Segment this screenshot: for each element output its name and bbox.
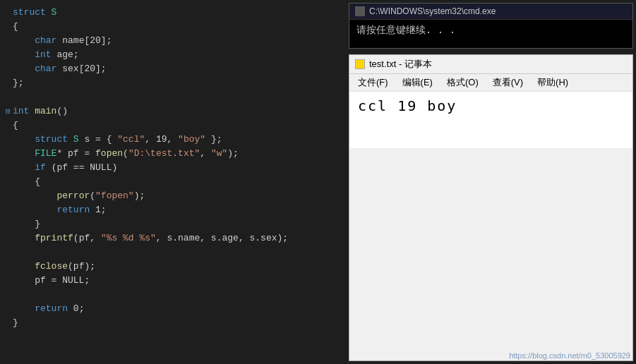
token: }: [13, 219, 40, 229]
line-content: fclose(pf);: [13, 260, 346, 274]
token: [13, 134, 35, 145]
line-content: char sex[20];: [13, 62, 346, 76]
line-content: }: [13, 316, 346, 330]
code-line: char sex[20];: [6, 62, 346, 76]
token: (): [56, 106, 68, 116]
notepad-body: ccl 19 boy: [349, 92, 632, 148]
notepad-menubar[interactable]: 文件(F) 编辑(E) 格式(O) 查看(V) 帮助(H): [349, 74, 632, 92]
token: [13, 303, 35, 314]
menu-format[interactable]: 格式(O): [444, 75, 481, 90]
menu-help[interactable]: 帮助(H): [534, 75, 571, 90]
code-line: fprintf(pf, "%s %d %s", s.name, s.age, s…: [6, 231, 346, 245]
token: "ccl": [117, 134, 145, 145]
token: };: [13, 78, 24, 88]
token: );: [134, 190, 145, 201]
code-line: }: [6, 217, 346, 231]
line-marker: ⊟: [6, 104, 13, 119]
token: s = {: [79, 134, 118, 145]
token: main: [35, 106, 56, 116]
line-content: char name[20];: [13, 34, 346, 48]
menu-file[interactable]: 文件(F): [355, 75, 391, 90]
token: "w": [211, 148, 227, 159]
token: char: [35, 63, 56, 74]
notepad-window: test.txt - 记事本 文件(F) 编辑(E) 格式(O) 查看(V) 帮…: [349, 54, 633, 361]
menu-edit[interactable]: 编辑(E): [400, 75, 436, 90]
code-line: {: [6, 175, 346, 189]
code-line: ⊟int main(): [6, 104, 346, 119]
notepad-title: test.txt - 记事本: [369, 58, 432, 71]
token: FILE: [35, 148, 56, 159]
token: [13, 233, 35, 243]
token: name[20];: [56, 35, 112, 46]
line-content: struct S: [13, 6, 346, 20]
token: [13, 148, 35, 159]
line-content: pf = NULL;: [13, 274, 346, 288]
cmd-title: C:\WINDOWS\system32\cmd.exe: [369, 6, 496, 16]
code-line: {: [6, 119, 346, 133]
token: return: [56, 205, 90, 215]
line-content: perror("fopen");: [13, 189, 346, 203]
token: [13, 35, 35, 46]
token: struct: [35, 134, 68, 145]
token: [13, 261, 35, 272]
line-content: struct S s = { "ccl", 19, "boy" };: [13, 133, 346, 147]
cmd-text: 请按任意键继续. . .: [356, 24, 455, 35]
menu-view[interactable]: 查看(V): [490, 75, 526, 90]
line-content: {: [13, 119, 346, 133]
code-line: }: [6, 316, 346, 330]
token: age;: [52, 49, 79, 60]
line-content: return 1;: [13, 203, 346, 217]
token: struct: [13, 7, 52, 18]
token: int: [13, 106, 29, 116]
code-line: struct S: [6, 6, 346, 20]
token: pf = NULL;: [13, 275, 90, 286]
code-line: [6, 90, 346, 104]
token: if: [35, 162, 46, 173]
line-content: int main(): [13, 104, 346, 119]
token: );: [227, 148, 239, 159]
code-line: FILE* pf = fopen("D:\test.txt", "w");: [6, 147, 346, 161]
code-line: int age;: [6, 48, 346, 62]
line-content: if (pf == NULL): [13, 161, 346, 175]
code-line: perror("fopen");: [6, 189, 346, 203]
notepad-titlebar: test.txt - 记事本: [349, 55, 632, 74]
code-line: char name[20];: [6, 34, 346, 48]
notepad-icon: [355, 59, 365, 69]
line-content: return 0;: [13, 302, 346, 316]
token: perror: [56, 190, 90, 201]
code-line: [6, 288, 346, 302]
token: , s.name, s.age, s.sex);: [156, 233, 288, 243]
token: , 19,: [145, 134, 178, 145]
token: fprintf: [35, 233, 73, 243]
code-line: [6, 245, 346, 260]
line-content: int age;: [13, 48, 346, 62]
token: [13, 162, 35, 173]
cmd-window: C:\WINDOWS\system32\cmd.exe 请按任意键继续. . .: [349, 3, 633, 49]
token: "boy": [178, 134, 205, 145]
token: char: [35, 35, 56, 46]
token: 0;: [68, 303, 84, 314]
line-content: {: [13, 20, 346, 34]
code-line: pf = NULL;: [6, 274, 346, 288]
line-content: };: [13, 76, 346, 90]
token: [13, 49, 35, 60]
token: "%s %d %s": [101, 233, 156, 243]
token: }: [13, 317, 18, 328]
code-line: if (pf == NULL): [6, 161, 346, 175]
line-content: fprintf(pf, "%s %d %s", s.name, s.age, s…: [13, 231, 346, 245]
code-line: {: [6, 20, 346, 34]
cmd-titlebar: C:\WINDOWS\system32\cmd.exe: [349, 4, 632, 20]
code-line: return 0;: [6, 302, 346, 316]
token: [13, 190, 56, 201]
token: (: [90, 190, 95, 201]
line-content: }: [13, 217, 346, 231]
cmd-body: 请按任意键继续. . .: [349, 20, 632, 48]
token: ,: [200, 148, 211, 159]
token: (: [123, 148, 128, 159]
token: [13, 205, 56, 215]
code-line: fclose(pf);: [6, 260, 346, 274]
cmd-icon: [355, 6, 365, 16]
token: {: [13, 176, 40, 187]
line-content: {: [13, 175, 346, 189]
token: (pf == NULL): [46, 162, 117, 173]
